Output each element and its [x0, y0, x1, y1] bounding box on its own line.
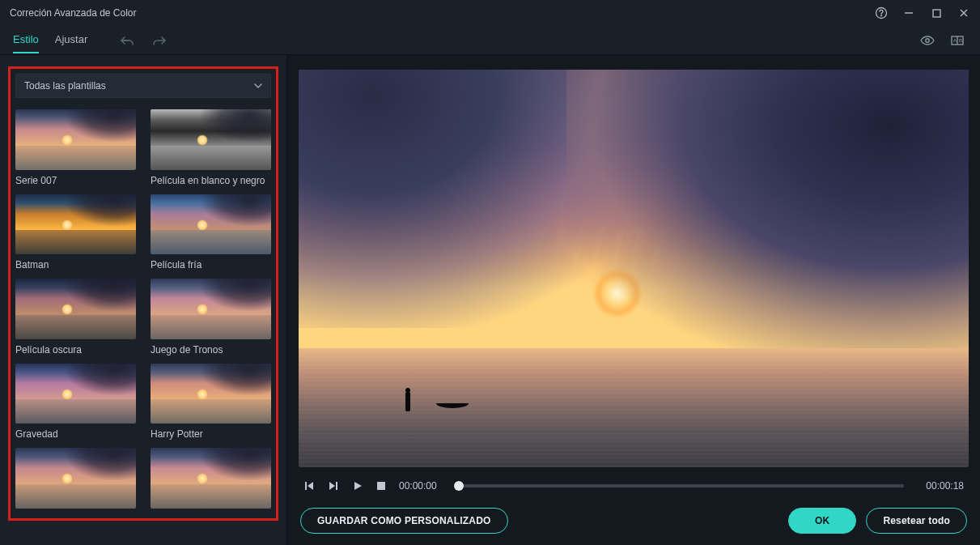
preview-clouds-right	[566, 70, 969, 348]
template-thumbnail	[151, 279, 271, 339]
reset-button[interactable]: Resetear todo	[866, 508, 967, 534]
tab-adjust[interactable]: Ajustar	[55, 27, 87, 53]
templates-grid: Serie 007Película en blanco y negroBatma…	[15, 109, 271, 513]
preview-canvas[interactable]	[299, 70, 969, 467]
template-item[interactable]: Juego de Tronos	[151, 279, 271, 356]
next-frame-icon[interactable]	[328, 480, 339, 492]
svg-point-1	[880, 15, 881, 16]
template-item[interactable]: Harry Potter	[151, 364, 271, 441]
svg-rect-13	[377, 482, 385, 490]
template-thumbnail	[151, 109, 271, 170]
svg-text:B: B	[959, 38, 962, 43]
current-time: 00:00:00	[399, 480, 446, 492]
save-custom-button[interactable]: GUARDAR COMO PERSONALIZADO	[300, 508, 508, 534]
prev-frame-icon[interactable]	[303, 480, 315, 492]
template-item[interactable]: Gravedad	[15, 364, 136, 441]
template-label: Película oscura	[15, 344, 136, 356]
template-thumbnail	[15, 364, 136, 424]
templates-dropdown[interactable]: Todas las plantillas	[15, 74, 271, 98]
template-thumbnail	[151, 364, 271, 424]
template-label: Película fría	[151, 259, 271, 270]
minimize-icon[interactable]	[902, 6, 915, 19]
undo-icon[interactable]	[120, 35, 134, 46]
eye-icon[interactable]	[920, 35, 935, 46]
template-label: Gravedad	[15, 428, 136, 440]
template-thumbnail	[15, 448, 136, 509]
window-title: Correción Avanzada de Color	[10, 7, 875, 19]
help-icon[interactable]	[875, 6, 888, 19]
svg-rect-11	[305, 482, 307, 490]
template-item[interactable]: Película oscura	[15, 279, 136, 356]
seek-thumb[interactable]	[454, 481, 464, 491]
main: Todas las plantillas Serie 007Película e…	[0, 55, 980, 545]
template-item[interactable]: Película en blanco y negro	[151, 109, 271, 186]
bottom-bar: GUARDAR COMO PERSONALIZADO OK Resetear t…	[299, 496, 969, 535]
preview-person	[405, 392, 410, 411]
template-thumbnail	[15, 279, 136, 339]
template-thumbnail	[15, 194, 136, 255]
ok-button[interactable]: OK	[788, 508, 856, 534]
template-item[interactable]	[15, 448, 136, 513]
template-item[interactable]: Batman	[15, 194, 136, 271]
svg-rect-3	[933, 10, 940, 17]
window-controls	[875, 6, 970, 19]
playback-controls: 00:00:00 00:00:18	[299, 467, 969, 496]
template-label: Juego de Tronos	[151, 344, 271, 356]
preview-area: 00:00:00 00:00:18 GUARDAR COMO PERSONALI…	[287, 55, 980, 545]
duration-time: 00:00:18	[917, 480, 964, 492]
titlebar: Correción Avanzada de Color	[0, 0, 980, 26]
close-icon[interactable]	[957, 6, 970, 19]
tab-style[interactable]: Estilo	[13, 27, 39, 53]
sidebar: Todas las plantillas Serie 007Película e…	[0, 55, 287, 545]
stop-icon[interactable]	[376, 481, 386, 491]
templates-panel: Todas las plantillas Serie 007Película e…	[8, 66, 278, 521]
template-label: Harry Potter	[151, 428, 271, 440]
template-thumbnail	[151, 448, 271, 509]
tabs-row: Estilo Ajustar AB	[0, 26, 980, 55]
play-icon[interactable]	[352, 480, 363, 492]
seek-bar[interactable]	[459, 484, 904, 488]
svg-text:A: A	[953, 38, 957, 43]
template-item[interactable]: Película fría	[151, 194, 271, 271]
template-item[interactable]: Serie 007	[15, 109, 136, 186]
chevron-down-icon	[254, 82, 262, 90]
svg-point-6	[926, 38, 929, 41]
redo-icon[interactable]	[152, 35, 167, 46]
template-label: Película en blanco y negro	[151, 175, 271, 186]
dropdown-label: Todas las plantillas	[24, 80, 106, 92]
template-thumbnail	[15, 109, 136, 170]
template-label: Batman	[15, 259, 136, 270]
template-item[interactable]	[151, 448, 271, 513]
preview-sea-ripple	[299, 348, 969, 467]
template-thumbnail	[151, 194, 271, 255]
compare-icon[interactable]: AB	[951, 35, 964, 46]
svg-rect-12	[336, 482, 337, 490]
maximize-icon[interactable]	[930, 6, 943, 19]
tabs: Estilo Ajustar	[13, 27, 87, 53]
template-label: Serie 007	[15, 175, 136, 186]
